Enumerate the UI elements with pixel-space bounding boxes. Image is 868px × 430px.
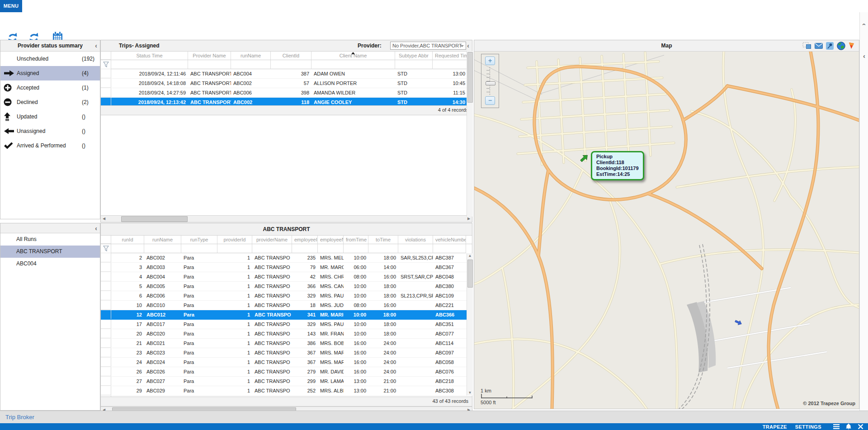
filter-cell[interactable] (111, 244, 144, 253)
filter-cell[interactable] (217, 244, 252, 253)
collapse-icon[interactable]: ‹ (95, 226, 97, 231)
tools-icon[interactable] (858, 424, 863, 430)
table-row[interactable]: 4ABC004Para1ABC TRANSPO42MRS. CHRISTI08:… (101, 272, 472, 282)
column-header-subtype-abbr[interactable]: Subtype Abbr (395, 52, 433, 60)
trips-horizontal-scrollbar[interactable]: ◀ ▶ (101, 215, 472, 222)
row-gutter-cell[interactable] (101, 310, 111, 319)
filter-cell[interactable] (344, 244, 368, 253)
table-row[interactable]: 5ABC005Para1ABC TRANSPO366MRS. CANDAC10:… (101, 282, 472, 291)
row-gutter-cell[interactable] (101, 291, 111, 300)
provider-dropdown[interactable]: No Provider,ABC TRANSPORT (390, 42, 466, 50)
zoom-slider-handle[interactable] (486, 81, 495, 85)
column-header-runid[interactable]: runId (111, 236, 144, 244)
scroll-thumb[interactable] (467, 52, 473, 103)
column-header-providername[interactable]: providerName (252, 236, 292, 244)
table-row[interactable]: 26ABC026Para1ABC TRANSPO279MR. DAVID MC1… (101, 367, 472, 377)
runs-list-item-all-runs[interactable]: All Runs (0, 233, 100, 246)
row-gutter-cell[interactable] (101, 88, 111, 97)
marker-filter-icon[interactable] (849, 42, 854, 49)
column-header-employeeid[interactable]: employeeId (292, 236, 318, 244)
status-item-arrived-performed[interactable]: Arrived & Performed() (0, 138, 100, 153)
column-header-clientid[interactable]: ClientId (271, 52, 311, 60)
table-row[interactable]: 6ABC006Para1ABC TRANSPO329MRS. PAULETT10… (101, 291, 472, 301)
column-header-totime[interactable]: toTime (368, 236, 398, 244)
globe-icon[interactable] (837, 42, 845, 50)
column-header-provider-name[interactable]: Provider Name (188, 52, 231, 60)
column-header-fromtime[interactable]: fromTime (344, 236, 368, 244)
status-item-assigned[interactable]: Assigned(4) (0, 66, 100, 80)
filter-cell[interactable] (271, 60, 311, 69)
table-row[interactable]: 3ABC003Para1ABC TRANSPO79MR. MARCO HI06:… (101, 263, 472, 272)
chevron-up-icon[interactable]: ‹ (861, 21, 868, 28)
trapeze-link[interactable]: TRAPEZE (763, 424, 787, 430)
send-map-icon[interactable] (815, 43, 823, 49)
table-row[interactable]: 10ABC010Para1ABC TRANSPO18MRS. JUDITH F0… (101, 301, 472, 310)
column-header-client-name[interactable]: Client Name (311, 52, 395, 60)
table-row[interactable]: 21ABC021Para1ABC TRANSPO386MRS. BOBBIE16… (101, 339, 472, 348)
scroll-thumb[interactable] (121, 216, 188, 222)
row-gutter-cell[interactable] (101, 272, 111, 281)
column-header-runname[interactable]: runName (144, 236, 181, 244)
runs-vertical-scrollbar[interactable]: ▲ ▼ (467, 253, 473, 396)
chevron-left-icon[interactable]: ‹ (861, 53, 868, 59)
row-gutter-cell[interactable] (101, 263, 111, 272)
row-gutter-cell[interactable] (101, 339, 111, 348)
row-gutter-cell[interactable] (101, 367, 111, 376)
row-gutter-cell[interactable] (101, 69, 111, 78)
scroll-up-icon[interactable]: ▲ (467, 253, 473, 259)
zoom-in-button[interactable]: + (485, 57, 495, 65)
bell-icon[interactable] (846, 424, 851, 430)
filter-cell[interactable] (433, 244, 466, 253)
collapse-icon[interactable]: ‹ (95, 43, 97, 48)
filter-cell[interactable] (252, 244, 292, 253)
filter-cell[interactable] (433, 60, 467, 69)
filter-cell[interactable] (398, 244, 433, 253)
funnel-icon[interactable] (101, 244, 111, 253)
table-row[interactable]: 27ABC027Para1ABC TRANSPO299MR. LAMAR PA1… (101, 377, 472, 386)
filter-cell[interactable] (311, 60, 395, 69)
filter-cell[interactable] (181, 244, 217, 253)
zoom-out-button[interactable]: − (485, 96, 495, 105)
table-row[interactable]: 2ABC002Para1ABC TRANSPO235MRS. MELODY10:… (101, 253, 472, 263)
column-header-runname[interactable]: runName (231, 52, 271, 60)
table-row[interactable]: 24ABC024Para1ABC TRANSPO367MRS. MARJORI1… (101, 358, 472, 367)
row-gutter-cell[interactable] (101, 79, 111, 88)
app-name-link[interactable]: Trip Broker (5, 411, 34, 423)
status-item-updated[interactable]: Updated() (0, 109, 100, 124)
row-gutter-cell[interactable] (101, 386, 111, 395)
table-row[interactable]: 20ABC020Para1ABC TRANSPO143MR. FRANCISC1… (101, 329, 472, 339)
filter-cell[interactable] (292, 244, 318, 253)
column-header-vehiclenumbe[interactable]: vehicleNumbe (433, 236, 466, 244)
zoom-track[interactable] (490, 67, 490, 95)
table-row[interactable]: 2018/09/24, 14:27:59ABC TRANSPORTABC0063… (101, 88, 472, 98)
table-row[interactable]: 12ABC012Para1ABC TRANSPO341MR. MARIO JU1… (101, 310, 472, 320)
status-item-unassigned[interactable]: Unassigned() (0, 124, 100, 138)
settings-link[interactable]: SETTINGS (795, 424, 821, 430)
row-gutter-cell[interactable] (101, 348, 111, 357)
row-gutter-cell[interactable] (101, 358, 111, 367)
table-row[interactable]: 2018/09/24, 12:11:46ABC TRANSPORTABC0043… (101, 69, 472, 79)
row-gutter-cell[interactable] (101, 377, 111, 386)
filter-cell[interactable] (395, 60, 433, 69)
scroll-thumb[interactable] (467, 260, 473, 288)
row-gutter-cell[interactable] (101, 320, 111, 329)
row-gutter-cell[interactable] (101, 301, 111, 310)
filter-cell[interactable] (318, 244, 344, 253)
column-header-requested-tim[interactable]: Requested Tim (433, 52, 467, 60)
select-region-icon[interactable] (802, 42, 811, 49)
column-header-status-time[interactable]: Status Time (111, 52, 188, 60)
map-canvas[interactable]: + − Pickup ClientId:118 BookingId:101179… (474, 52, 859, 409)
status-item-accepted[interactable]: Accepted(1) (0, 80, 100, 95)
filter-cell[interactable] (188, 60, 231, 69)
funnel-icon[interactable] (101, 60, 111, 69)
table-row[interactable]: 23ABC023Para1ABC TRANSPO367MRS. MARJORI1… (101, 348, 472, 358)
filter-cell[interactable] (368, 244, 398, 253)
row-gutter-cell[interactable] (101, 253, 111, 262)
table-row[interactable]: 2018/09/24, 14:18:08ABC TRANSPORTABC0025… (101, 79, 472, 88)
table-row[interactable]: 17ABC017Para1ABC TRANSPO329MRS. PAULETT1… (101, 320, 472, 329)
table-row[interactable]: 2018/09/24, 12:13:42ABC TRANSPORTABC0021… (101, 98, 472, 105)
runs-list-item-abc-transport[interactable]: ABC TRANSPORT (0, 246, 100, 258)
row-gutter-cell[interactable] (101, 98, 111, 105)
row-gutter-cell[interactable] (101, 282, 111, 291)
column-header-providerid[interactable]: providerId (217, 236, 252, 244)
